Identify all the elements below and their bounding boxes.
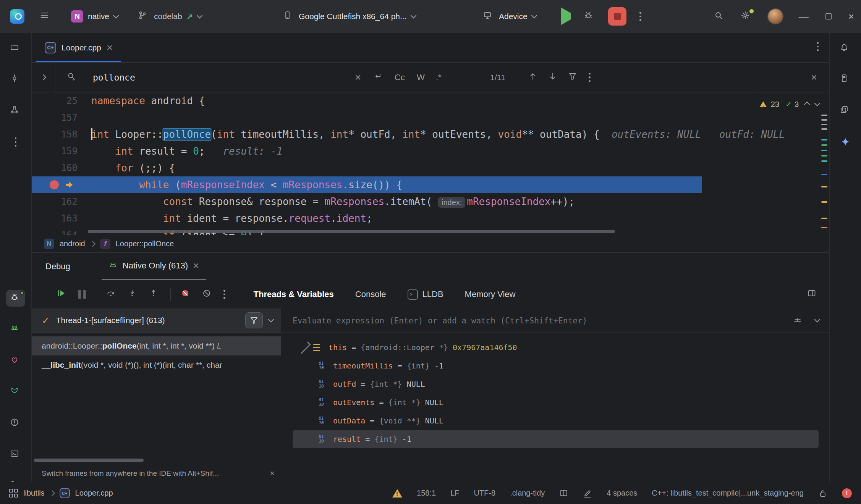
frames-horizontal-scrollbar[interactable]	[34, 459, 144, 462]
search-clear-icon[interactable]: ×	[355, 72, 361, 83]
session-close-icon[interactable]: ×	[193, 260, 199, 271]
status-module[interactable]: libutils	[23, 489, 45, 498]
reader-mode-icon[interactable]	[559, 489, 568, 498]
project-selector[interactable]: N native	[66, 6, 123, 26]
line-number[interactable]: 163	[32, 210, 78, 227]
search-filter-button[interactable]	[568, 72, 579, 83]
hint-close-icon[interactable]: ×	[270, 469, 275, 478]
thread-selector[interactable]: ✓ Thread-1-[surfaceflinger] (613)	[32, 309, 281, 333]
step-over-button[interactable]	[106, 289, 118, 300]
tab-lldb[interactable]: >_LLDB	[408, 289, 443, 300]
vcs-branch-selector[interactable]: codelab ↗	[133, 6, 206, 26]
search-query-input[interactable]: pollonce	[93, 73, 135, 82]
search-expand-button[interactable]	[32, 63, 55, 92]
whole-words-toggle[interactable]: W	[417, 73, 425, 82]
line-number[interactable]: 164	[32, 227, 78, 235]
line-number[interactable]: 158	[32, 126, 78, 143]
toolchain-info[interactable]: C++: libutils_test_compile|...unk_stagin…	[652, 489, 804, 498]
regex-toggle[interactable]: .*	[436, 73, 442, 82]
breadcrumb-item[interactable]: android	[60, 239, 85, 248]
step-out-button[interactable]	[149, 289, 160, 300]
debug-button[interactable]	[584, 11, 595, 22]
variable-row-selected[interactable]: 0110 result = {int}-1	[293, 430, 819, 448]
line-number[interactable]: 157	[32, 109, 78, 126]
main-menu-button[interactable]	[35, 6, 56, 26]
lock-open-icon[interactable]	[818, 489, 827, 498]
expand-chevron-icon[interactable]	[298, 341, 311, 354]
add-watch-icon[interactable]	[793, 315, 804, 326]
error-indicator-icon[interactable]: !	[842, 488, 852, 498]
error-stripe[interactable]	[819, 92, 829, 235]
breakpoint-icon[interactable]	[50, 180, 59, 189]
warning-icon[interactable]	[392, 489, 402, 498]
settings-button[interactable]	[741, 11, 752, 22]
horizontal-scrollbar[interactable]	[88, 230, 615, 233]
device-selector[interactable]: Google Cuttlefish x86_64 ph...	[278, 6, 420, 26]
highlighting-level-icon[interactable]	[583, 489, 592, 498]
run-button[interactable]	[561, 13, 571, 20]
line-number[interactable]: 25	[32, 92, 78, 109]
status-file[interactable]: Looper.cpp	[75, 489, 113, 498]
variable-row[interactable]: 0110 timeoutMillis = {int}-1	[281, 357, 829, 375]
commit-toolwindow-button[interactable]	[6, 71, 25, 88]
variable-row[interactable]: this = {android::Looper *}0x7967aa146f50	[281, 338, 829, 357]
device-explorer-button[interactable]	[836, 71, 855, 88]
clang-tidy[interactable]: .clang-tidy	[510, 489, 545, 498]
frame-row[interactable]: __libc_init(void *, void (*)(), int (*)(…	[32, 355, 281, 375]
evaluate-expression-bar[interactable]: Evaluate expression (Enter) or add a wat…	[281, 309, 829, 333]
running-devices-toolwindow-button[interactable]	[6, 321, 25, 338]
mute-breakpoints-button[interactable]	[181, 289, 192, 300]
minimize-button[interactable]: —	[799, 11, 809, 23]
frame-row[interactable]: android::Looper::pollOnce(int, int *, in…	[32, 336, 281, 355]
line-number[interactable]: 162	[32, 193, 78, 210]
code-line[interactable]: 158int Looper::pollOnce(int timeoutMilli…	[32, 126, 829, 143]
tab-console[interactable]: Console	[355, 289, 386, 299]
variable-row[interactable]: 0110 outData = {void **}NULL	[281, 412, 829, 430]
pause-button[interactable]	[78, 290, 86, 299]
next-match-button[interactable]	[548, 72, 560, 83]
debug-session-tab[interactable]: Native Only (613) ×	[102, 253, 206, 280]
tab-close-icon[interactable]: ×	[107, 42, 113, 53]
evaluate-input[interactable]: Evaluate expression (Enter) or add a wat…	[293, 316, 782, 325]
more-actions-button[interactable]	[639, 12, 641, 21]
view-breakpoints-button[interactable]	[202, 289, 214, 300]
prev-problem-icon[interactable]	[804, 101, 810, 107]
terminal-toolwindow-button[interactable]	[6, 446, 25, 463]
sticky-code-line[interactable]: 25namespace android { 23 ✓3	[32, 92, 829, 109]
logcat-toolwindow-button[interactable]	[6, 384, 25, 401]
match-case-toggle[interactable]: Cc	[395, 73, 405, 82]
gemini-button[interactable]: ✦	[836, 134, 855, 150]
previous-match-button[interactable]	[528, 72, 540, 83]
line-separator[interactable]: LF	[450, 489, 459, 498]
variable-row[interactable]: 0110 outFd = {int *}NULL	[281, 375, 829, 393]
problems-toolwindow-button[interactable]	[6, 415, 25, 432]
breadcrumb-item[interactable]: Looper::pollOnce	[116, 239, 174, 248]
chevron-down-icon[interactable]	[268, 316, 274, 322]
line-number[interactable]: 159	[32, 143, 78, 160]
tab-options-button[interactable]	[817, 42, 819, 51]
tab-memory-view[interactable]: Memory View	[465, 289, 516, 299]
tab-threads-variables[interactable]: Threads & Variables	[254, 289, 334, 299]
avatar[interactable]	[767, 8, 783, 24]
layout-inspector-button[interactable]	[836, 102, 855, 119]
search-everywhere-button[interactable]	[714, 11, 725, 22]
code-editor[interactable]: 25namespace android { 23 ✓3 157 158int L…	[32, 92, 829, 235]
maximize-button[interactable]	[824, 12, 833, 21]
line-number[interactable]: 160	[32, 160, 78, 176]
code-line[interactable]: 157	[32, 109, 829, 126]
caret-position[interactable]: 158:1	[417, 489, 436, 498]
run-config-selector[interactable]: Adevice	[478, 6, 541, 26]
more-toolwindows-button[interactable]	[6, 134, 25, 150]
stop-button[interactable]	[608, 7, 626, 26]
debug-more-button[interactable]	[223, 290, 225, 299]
code-line[interactable]: 163 int ident = response.request.ident;	[32, 210, 829, 227]
debug-toolwindow-button[interactable]	[6, 290, 25, 307]
resume-button[interactable]	[57, 289, 68, 300]
code-line[interactable]: 160 for (;;) {	[32, 160, 829, 176]
editor-tab[interactable]: C+ Looper.cpp ×	[36, 33, 121, 62]
structure-toolwindow-button[interactable]	[6, 102, 25, 119]
notifications-button[interactable]	[836, 40, 855, 57]
project-toolwindow-button[interactable]	[6, 40, 25, 57]
file-encoding[interactable]: UTF-8	[474, 489, 495, 498]
app-quality-insights-toolwindow-button[interactable]	[6, 352, 25, 369]
